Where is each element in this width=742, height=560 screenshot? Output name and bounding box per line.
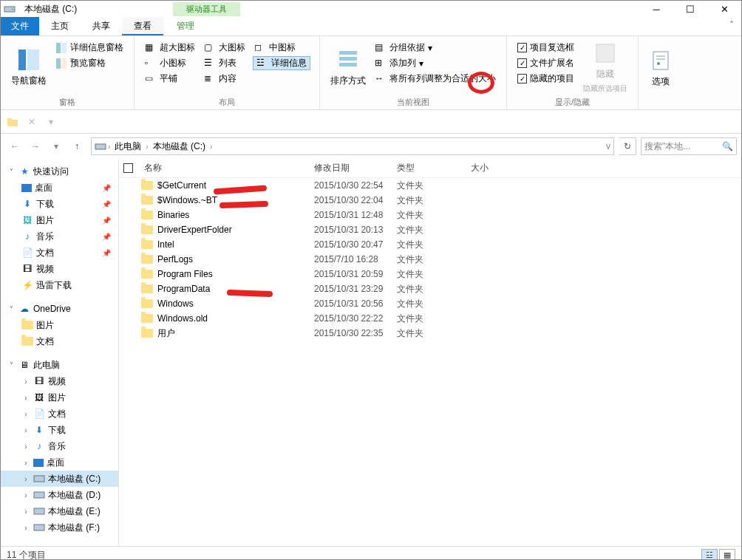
sidebar-desktop[interactable]: 桌面📌 — [1, 180, 118, 196]
col-size[interactable]: 大小 — [471, 162, 530, 174]
addr-dropdown-icon[interactable]: v — [606, 141, 610, 151]
layout-list[interactable]: ☰列表 — [202, 56, 247, 70]
table-row[interactable]: 用户 2015/10/30 22:35 文件夹 — [119, 326, 741, 341]
recent-dropdown[interactable]: ▾ — [47, 137, 66, 155]
chk-itemcheckboxes[interactable]: 项目复选框 — [516, 41, 576, 55]
sidebar-thunder[interactable]: ⚡迅雷下载 — [1, 277, 118, 293]
sidebar-thispc[interactable]: ˅🖥此电脑 — [1, 357, 118, 373]
table-row[interactable]: Program Files 2015/10/31 20:59 文件夹 — [119, 267, 741, 281]
tab-share[interactable]: 共享 — [81, 17, 122, 35]
addcolumns-button[interactable]: ⊞添加列 ▾ — [373, 56, 497, 70]
back-button[interactable]: ← — [5, 137, 24, 155]
close-button[interactable]: ✕ — [707, 1, 741, 17]
up-button[interactable]: ↑ — [67, 137, 86, 155]
layout-l-icons[interactable]: ▢大图标 — [202, 41, 247, 55]
nav-sidebar[interactable]: ˅★快速访问 桌面📌 ⬇下载📌 🖼图片📌 ♪音乐📌 📄文档📌 🎞视频 ⚡迅雷下载… — [1, 159, 119, 546]
table-row[interactable]: Intel 2015/10/30 20:47 文件夹 — [119, 237, 741, 252]
layout-m-icons[interactable]: ◻中图标 — [253, 41, 310, 55]
sidebar-pictures[interactable]: 🖼图片📌 — [1, 212, 118, 228]
groupby-button[interactable]: ▤分组依据 ▾ — [373, 41, 497, 55]
maximize-button[interactable]: ☐ — [673, 1, 707, 17]
details-pane-button[interactable]: 详细信息窗格 — [54, 41, 125, 55]
tab-view[interactable]: 查看 — [122, 17, 163, 35]
table-row[interactable]: Binaries 2015/10/31 12:48 文件夹 — [119, 208, 741, 222]
nav-pane-button[interactable]: 导航窗格 — [7, 39, 51, 95]
layout-xl-icons[interactable]: ▦超大图标 — [143, 41, 197, 55]
dropdown-icon[interactable]: ▾ — [42, 113, 60, 131]
sidebar-od-docs[interactable]: 文档 — [1, 333, 118, 349]
col-date[interactable]: 修改日期 — [314, 162, 397, 174]
sort-button[interactable]: 排序方式 — [326, 39, 370, 95]
file-date: 2015/10/31 23:29 — [314, 284, 397, 294]
autosize-button[interactable]: ↔将所有列调整为合适的大小 — [373, 72, 497, 86]
layout-details[interactable]: ☳详细信息 — [253, 56, 310, 70]
ribbon-collapse-button[interactable]: ˄ — [722, 17, 741, 35]
file-type: 文件夹 — [397, 180, 471, 192]
address-bar: ← → ▾ ↑ › 此电脑 › 本地磁盘 (C:) › v ↻ 搜索"本地...… — [1, 134, 741, 159]
file-date: 2015/10/31 20:56 — [314, 298, 397, 309]
breadcrumb[interactable]: › 此电脑 › 本地磁盘 (C:) › v — [91, 137, 614, 155]
table-row[interactable]: Windows 2015/10/31 20:56 文件夹 — [119, 296, 741, 311]
crumb-thispc[interactable]: 此电脑 — [112, 140, 144, 153]
view-icons-button[interactable]: ▦ — [719, 549, 735, 561]
sidebar-music[interactable]: ♪音乐📌 — [1, 228, 118, 245]
options-button[interactable]: 选项 — [644, 39, 677, 98]
svg-rect-11 — [596, 44, 614, 62]
forward-button[interactable]: → — [26, 137, 45, 155]
sidebar-drive-d[interactable]: ›本地磁盘 (D:) — [1, 487, 118, 503]
table-row[interactable]: $Windows.~BT 2015/10/30 22:04 文件夹 — [119, 193, 741, 208]
layout-content[interactable]: ≣内容 — [202, 72, 247, 86]
hide-selected-button[interactable]: 隐藏 隐藏所选项目 — [579, 39, 632, 95]
sidebar-videos[interactable]: 🎞视频 — [1, 261, 118, 277]
sidebar-downloads[interactable]: ⬇下载📌 — [1, 196, 118, 212]
checkbox-icon — [517, 58, 527, 68]
folder-icon — [141, 299, 153, 308]
minimize-button[interactable]: ─ — [639, 1, 673, 17]
tab-home[interactable]: 主页 — [39, 17, 81, 35]
search-input[interactable]: 搜索"本地... 🔍 — [641, 137, 737, 155]
folder-icon — [141, 181, 153, 190]
preview-pane-button[interactable]: 预览窗格 — [54, 56, 125, 70]
file-type: 文件夹 — [397, 253, 471, 266]
crumb-drive[interactable]: 本地磁盘 (C:) — [150, 140, 208, 153]
sidebar-pc-music[interactable]: ›♪音乐 — [1, 438, 118, 454]
sort-label: 排序方式 — [330, 75, 366, 87]
refresh-button[interactable]: ↻ — [619, 137, 636, 155]
checkbox-icon — [517, 74, 527, 83]
sidebar-od-pictures[interactable]: 图片 — [1, 317, 118, 333]
sidebar-documents[interactable]: 📄文档📌 — [1, 245, 118, 261]
folder-icon — [141, 329, 153, 338]
chk-extensions[interactable]: 文件扩展名 — [516, 56, 576, 70]
sidebar-pc-desktop[interactable]: ›桌面 — [1, 454, 118, 471]
view-details-button[interactable]: ☳ — [701, 549, 718, 561]
nav-pane-label: 导航窗格 — [11, 75, 47, 87]
sidebar-quickaccess[interactable]: ˅★快速访问 — [1, 163, 118, 180]
table-row[interactable]: $GetCurrent 2015/10/30 22:54 文件夹 — [119, 178, 741, 193]
layout-s-icons[interactable]: ▫小图标 — [143, 56, 197, 70]
sidebar-pc-docs[interactable]: ›📄文档 — [1, 406, 118, 422]
file-name: $Windows.~BT — [157, 195, 217, 205]
sidebar-drive-f[interactable]: ›本地磁盘 (F:) — [1, 519, 118, 536]
sidebar-drive-c[interactable]: ›本地磁盘 (C:) — [1, 471, 118, 487]
sidebar-pc-pictures[interactable]: ›🖼图片 — [1, 389, 118, 406]
sidebar-onedrive[interactable]: ˅☁OneDrive — [1, 301, 118, 317]
table-row[interactable]: PerfLogs 2015/7/10 16:28 文件夹 — [119, 252, 741, 267]
quick-toolbar: ✕ ▾ — [1, 110, 741, 134]
file-rows: $GetCurrent 2015/10/30 22:54 文件夹 $Window… — [119, 178, 741, 546]
select-all-checkbox[interactable] — [123, 163, 133, 173]
table-row[interactable]: ProgramData 2015/10/31 23:29 文件夹 — [119, 281, 741, 296]
col-name[interactable]: 名称 — [141, 162, 314, 174]
layout-tiles[interactable]: ▭平铺 — [143, 72, 197, 86]
tab-file[interactable]: 文件 — [1, 17, 39, 35]
table-row[interactable]: Windows.old 2015/10/30 22:22 文件夹 — [119, 311, 741, 326]
newfolder-icon[interactable] — [4, 113, 21, 131]
svg-rect-19 — [34, 476, 44, 482]
chk-hiddenitems[interactable]: 隐藏的项目 — [516, 72, 576, 86]
table-row[interactable]: DriverExpertFolder 2015/10/31 20:13 文件夹 — [119, 222, 741, 237]
sidebar-pc-videos[interactable]: ›🎞视频 — [1, 373, 118, 389]
sidebar-drive-e[interactable]: ›本地磁盘 (E:) — [1, 503, 118, 519]
sidebar-pc-downloads[interactable]: ›⬇下载 — [1, 422, 118, 438]
tab-manage[interactable]: 管理 — [163, 17, 208, 35]
delete-icon[interactable]: ✕ — [23, 113, 41, 131]
col-type[interactable]: 类型 — [397, 162, 471, 174]
